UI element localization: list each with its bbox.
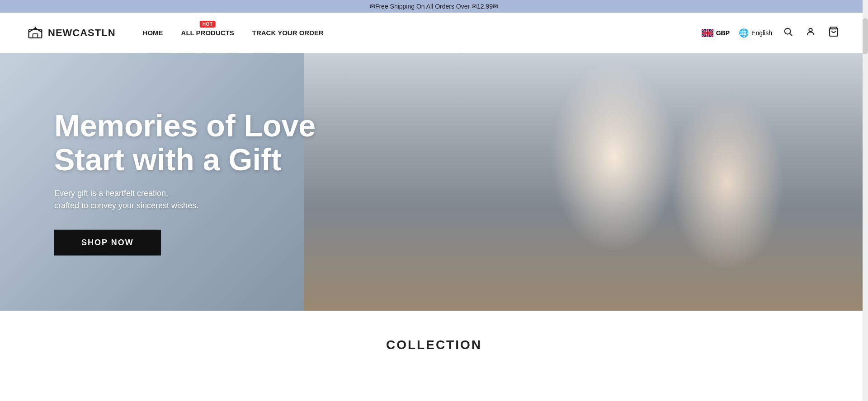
currency-selector[interactable]: GBP bbox=[702, 29, 730, 37]
cart-button[interactable] bbox=[826, 24, 841, 41]
logo-text: NEWCASTLN bbox=[48, 27, 116, 39]
collection-section: COLLECTION bbox=[0, 311, 868, 366]
nav-track-order[interactable]: TRACK YOUR ORDER bbox=[252, 29, 324, 37]
svg-rect-1 bbox=[33, 33, 38, 37]
account-icon bbox=[806, 27, 816, 37]
nav-all-products[interactable]: HOT ALL PRODUCTS bbox=[181, 29, 234, 37]
hero-title-line1: Memories of Love bbox=[54, 108, 316, 143]
hero-title-line2: Start with a Gift bbox=[54, 142, 281, 177]
cart-icon bbox=[828, 26, 839, 37]
hero-content: Memories of Love Start with a Gift Every… bbox=[54, 109, 316, 256]
svg-line-5 bbox=[790, 33, 792, 36]
hero-photo-simulation bbox=[304, 53, 868, 311]
announcement-bar: ✉Free Shipping On All Orders Over ✉12.99… bbox=[0, 0, 868, 13]
hero-subtitle: Every gift is a heartfelt creation,craft… bbox=[54, 187, 316, 211]
hot-badge: HOT bbox=[200, 21, 216, 28]
globe-icon: 🌐 bbox=[739, 28, 749, 38]
search-button[interactable] bbox=[781, 25, 795, 41]
search-icon bbox=[783, 27, 793, 37]
svg-point-4 bbox=[785, 28, 791, 34]
logo[interactable]: NEWCASTLN bbox=[27, 25, 116, 41]
shop-now-button[interactable]: SHOP NOW bbox=[54, 229, 161, 255]
header: NEWCASTLN HOME HOT ALL PRODUCTS TRACK YO… bbox=[0, 13, 868, 53]
currency-label: GBP bbox=[716, 29, 730, 37]
language-selector[interactable]: 🌐 English bbox=[739, 28, 772, 38]
hero-section: Memories of Love Start with a Gift Every… bbox=[0, 53, 868, 311]
main-nav: HOME HOT ALL PRODUCTS TRACK YOUR ORDER bbox=[143, 29, 324, 37]
header-right: GBP 🌐 English bbox=[702, 24, 841, 41]
hero-title: Memories of Love Start with a Gift bbox=[54, 109, 316, 177]
svg-point-6 bbox=[809, 28, 812, 32]
logo-icon bbox=[27, 25, 43, 41]
svg-marker-2 bbox=[33, 26, 37, 29]
account-button[interactable] bbox=[804, 25, 817, 41]
collection-title: COLLECTION bbox=[0, 338, 868, 352]
scrollbar[interactable] bbox=[863, 0, 868, 366]
hero-image bbox=[304, 53, 868, 311]
scrollbar-thumb[interactable] bbox=[863, 18, 868, 54]
header-left: NEWCASTLN HOME HOT ALL PRODUCTS TRACK YO… bbox=[27, 25, 324, 41]
nav-home[interactable]: HOME bbox=[143, 29, 163, 37]
uk-flag-icon bbox=[702, 29, 713, 37]
language-label: English bbox=[751, 29, 772, 37]
announcement-text: ✉Free Shipping On All Orders Over ✉12.99… bbox=[370, 3, 498, 10]
